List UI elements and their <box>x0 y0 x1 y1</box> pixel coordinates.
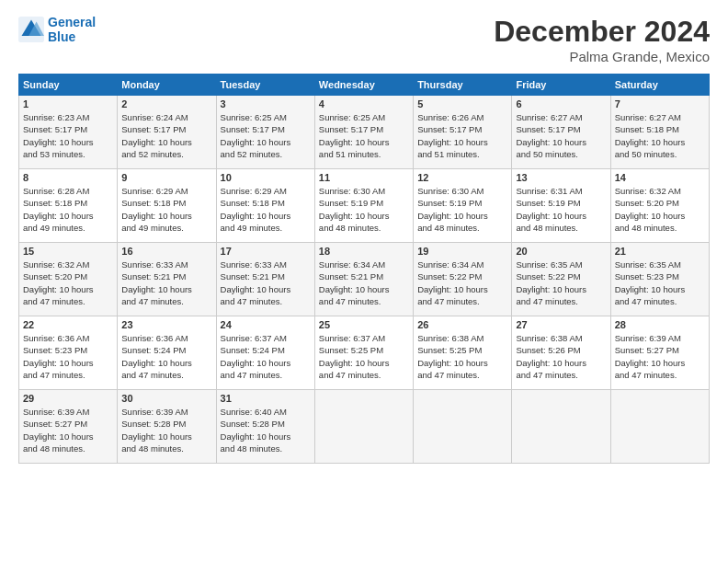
calendar-cell: 4Sunrise: 6:25 AM Sunset: 5:17 PM Daylig… <box>314 96 413 169</box>
col-header-saturday: Saturday <box>610 75 709 96</box>
day-info: Sunrise: 6:23 AM Sunset: 5:17 PM Dayligh… <box>23 111 113 160</box>
header: General Blue December 2024 Palma Grande,… <box>18 15 710 64</box>
day-info: Sunrise: 6:27 AM Sunset: 5:17 PM Dayligh… <box>516 111 606 160</box>
day-number: 30 <box>121 393 211 404</box>
day-info: Sunrise: 6:37 AM Sunset: 5:25 PM Dayligh… <box>319 332 409 381</box>
day-info: Sunrise: 6:26 AM Sunset: 5:17 PM Dayligh… <box>417 111 507 160</box>
col-header-friday: Friday <box>512 75 610 96</box>
calendar-cell: 5Sunrise: 6:26 AM Sunset: 5:17 PM Daylig… <box>414 96 512 169</box>
day-info: Sunrise: 6:39 AM Sunset: 5:27 PM Dayligh… <box>23 406 113 454</box>
calendar-table: SundayMondayTuesdayWednesdayThursdayFrid… <box>18 74 710 464</box>
title-block: December 2024 Palma Grande, Mexico <box>494 15 710 64</box>
page-container: General Blue December 2024 Palma Grande,… <box>0 0 728 473</box>
day-number: 17 <box>221 246 311 257</box>
day-info: Sunrise: 6:36 AM Sunset: 5:23 PM Dayligh… <box>23 332 113 381</box>
calendar-cell: 19Sunrise: 6:34 AM Sunset: 5:22 PM Dayli… <box>414 243 512 316</box>
calendar-cell: 11Sunrise: 6:30 AM Sunset: 5:19 PM Dayli… <box>314 169 413 243</box>
day-info: Sunrise: 6:37 AM Sunset: 5:24 PM Dayligh… <box>221 332 311 381</box>
day-number: 19 <box>417 246 507 257</box>
calendar-cell: 8Sunrise: 6:28 AM Sunset: 5:18 PM Daylig… <box>19 169 118 243</box>
day-number: 24 <box>221 319 311 330</box>
calendar-cell: 22Sunrise: 6:36 AM Sunset: 5:23 PM Dayli… <box>19 316 118 390</box>
day-number: 6 <box>516 98 606 109</box>
day-number: 11 <box>319 172 409 183</box>
calendar-cell: 7Sunrise: 6:27 AM Sunset: 5:18 PM Daylig… <box>610 96 709 169</box>
col-header-monday: Monday <box>118 75 216 96</box>
day-number: 3 <box>221 98 311 109</box>
day-number: 27 <box>516 319 606 330</box>
day-info: Sunrise: 6:38 AM Sunset: 5:25 PM Dayligh… <box>417 332 507 381</box>
calendar-cell: 10Sunrise: 6:29 AM Sunset: 5:18 PM Dayli… <box>216 169 314 243</box>
day-number: 29 <box>23 393 113 404</box>
calendar-cell: 20Sunrise: 6:35 AM Sunset: 5:22 PM Dayli… <box>512 243 610 316</box>
calendar-cell <box>610 390 709 464</box>
day-info: Sunrise: 6:39 AM Sunset: 5:27 PM Dayligh… <box>615 332 705 381</box>
logo: General Blue <box>18 15 96 44</box>
day-number: 18 <box>319 246 409 257</box>
day-number: 20 <box>516 246 606 257</box>
day-info: Sunrise: 6:32 AM Sunset: 5:20 PM Dayligh… <box>23 259 113 307</box>
calendar-cell: 25Sunrise: 6:37 AM Sunset: 5:25 PM Dayli… <box>314 316 413 390</box>
week-row-3: 15Sunrise: 6:32 AM Sunset: 5:20 PM Dayli… <box>19 243 710 316</box>
day-number: 8 <box>23 172 113 183</box>
week-row-1: 1Sunrise: 6:23 AM Sunset: 5:17 PM Daylig… <box>19 96 710 169</box>
day-number: 16 <box>121 246 211 257</box>
day-number: 2 <box>121 98 211 109</box>
calendar-cell: 12Sunrise: 6:30 AM Sunset: 5:19 PM Dayli… <box>414 169 512 243</box>
day-info: Sunrise: 6:29 AM Sunset: 5:18 PM Dayligh… <box>221 185 311 234</box>
col-header-wednesday: Wednesday <box>314 75 413 96</box>
day-number: 5 <box>417 98 507 109</box>
day-info: Sunrise: 6:36 AM Sunset: 5:24 PM Dayligh… <box>121 332 211 381</box>
day-info: Sunrise: 6:25 AM Sunset: 5:17 PM Dayligh… <box>221 111 311 160</box>
calendar-cell <box>512 390 610 464</box>
calendar-cell: 18Sunrise: 6:34 AM Sunset: 5:21 PM Dayli… <box>314 243 413 316</box>
calendar-cell: 3Sunrise: 6:25 AM Sunset: 5:17 PM Daylig… <box>216 96 314 169</box>
day-info: Sunrise: 6:24 AM Sunset: 5:17 PM Dayligh… <box>121 111 211 160</box>
calendar-cell: 2Sunrise: 6:24 AM Sunset: 5:17 PM Daylig… <box>118 96 216 169</box>
day-number: 22 <box>23 319 113 330</box>
day-number: 4 <box>319 98 409 109</box>
header-row: SundayMondayTuesdayWednesdayThursdayFrid… <box>19 75 710 96</box>
day-info: Sunrise: 6:35 AM Sunset: 5:22 PM Dayligh… <box>516 259 606 307</box>
calendar-cell: 30Sunrise: 6:39 AM Sunset: 5:28 PM Dayli… <box>118 390 216 464</box>
day-number: 12 <box>417 172 507 183</box>
day-number: 7 <box>615 98 705 109</box>
day-number: 10 <box>221 172 311 183</box>
calendar-cell: 16Sunrise: 6:33 AM Sunset: 5:21 PM Dayli… <box>118 243 216 316</box>
calendar-cell: 13Sunrise: 6:31 AM Sunset: 5:19 PM Dayli… <box>512 169 610 243</box>
location: Palma Grande, Mexico <box>494 49 710 64</box>
calendar-cell: 15Sunrise: 6:32 AM Sunset: 5:20 PM Dayli… <box>19 243 118 316</box>
day-info: Sunrise: 6:27 AM Sunset: 5:18 PM Dayligh… <box>615 111 705 160</box>
month-title: December 2024 <box>494 15 710 49</box>
day-info: Sunrise: 6:35 AM Sunset: 5:23 PM Dayligh… <box>615 259 705 307</box>
week-row-2: 8Sunrise: 6:28 AM Sunset: 5:18 PM Daylig… <box>19 169 710 243</box>
day-info: Sunrise: 6:33 AM Sunset: 5:21 PM Dayligh… <box>121 259 211 307</box>
col-header-thursday: Thursday <box>414 75 512 96</box>
calendar-cell: 27Sunrise: 6:38 AM Sunset: 5:26 PM Dayli… <box>512 316 610 390</box>
day-info: Sunrise: 6:34 AM Sunset: 5:22 PM Dayligh… <box>417 259 507 307</box>
day-info: Sunrise: 6:25 AM Sunset: 5:17 PM Dayligh… <box>319 111 409 160</box>
day-number: 28 <box>615 319 705 330</box>
calendar-cell <box>314 390 413 464</box>
calendar-cell: 9Sunrise: 6:29 AM Sunset: 5:18 PM Daylig… <box>118 169 216 243</box>
day-info: Sunrise: 6:30 AM Sunset: 5:19 PM Dayligh… <box>319 185 409 234</box>
calendar-cell: 28Sunrise: 6:39 AM Sunset: 5:27 PM Dayli… <box>610 316 709 390</box>
day-info: Sunrise: 6:33 AM Sunset: 5:21 PM Dayligh… <box>221 259 311 307</box>
calendar-cell: 23Sunrise: 6:36 AM Sunset: 5:24 PM Dayli… <box>118 316 216 390</box>
day-number: 26 <box>417 319 507 330</box>
logo-icon <box>18 17 44 42</box>
calendar-cell: 17Sunrise: 6:33 AM Sunset: 5:21 PM Dayli… <box>216 243 314 316</box>
day-info: Sunrise: 6:34 AM Sunset: 5:21 PM Dayligh… <box>319 259 409 307</box>
week-row-5: 29Sunrise: 6:39 AM Sunset: 5:27 PM Dayli… <box>19 390 710 464</box>
day-number: 15 <box>23 246 113 257</box>
calendar-cell: 14Sunrise: 6:32 AM Sunset: 5:20 PM Dayli… <box>610 169 709 243</box>
calendar-cell: 29Sunrise: 6:39 AM Sunset: 5:27 PM Dayli… <box>19 390 118 464</box>
day-number: 31 <box>221 393 311 404</box>
day-number: 1 <box>23 98 113 109</box>
day-info: Sunrise: 6:31 AM Sunset: 5:19 PM Dayligh… <box>516 185 606 234</box>
calendar-cell: 6Sunrise: 6:27 AM Sunset: 5:17 PM Daylig… <box>512 96 610 169</box>
day-info: Sunrise: 6:28 AM Sunset: 5:18 PM Dayligh… <box>23 185 113 234</box>
day-info: Sunrise: 6:38 AM Sunset: 5:26 PM Dayligh… <box>516 332 606 381</box>
day-number: 14 <box>615 172 705 183</box>
calendar-cell <box>414 390 512 464</box>
